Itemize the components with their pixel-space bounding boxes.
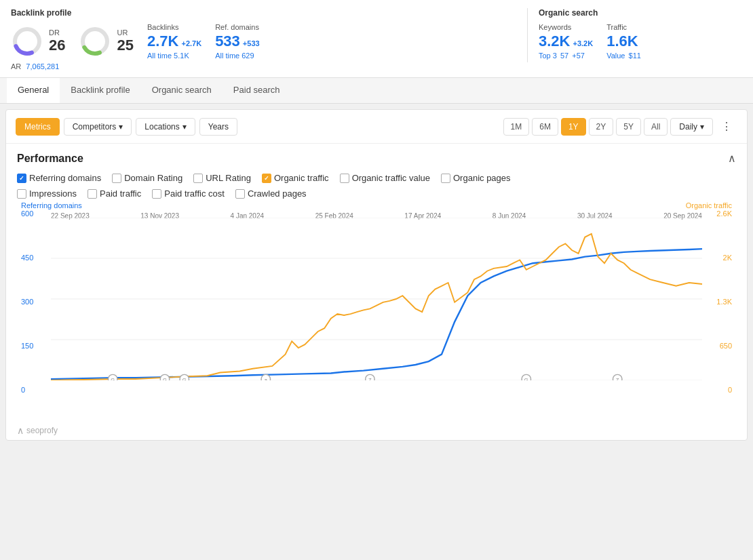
ur-metric: UR 25	[79, 25, 133, 58]
keywords-label: Keywords	[539, 23, 593, 31]
checkboxes-row-2: Impressions Paid traffic Paid traffic co…	[17, 188, 736, 199]
chk-domain-rating-box	[112, 174, 121, 183]
backlinks-metric: Backlinks 2.7K +2.7K All time 5.1K	[147, 23, 201, 60]
organic-label: Organic search	[539, 8, 742, 18]
chk-organic-traffic-box: ✓	[262, 174, 271, 183]
years-button[interactable]: Years	[199, 118, 237, 136]
keywords-sub: Top 3 57 +57	[539, 52, 593, 60]
performance-section: Performance ∧ ✓ Referring domains Domain…	[6, 144, 747, 421]
chk-url-rating-box	[193, 174, 203, 183]
time-1y-button[interactable]: 1Y	[561, 118, 586, 136]
keywords-delta: +3.2K	[573, 39, 593, 47]
tab-backlink-profile[interactable]: Backlink profile	[60, 78, 140, 103]
tab-general[interactable]: General	[7, 78, 60, 103]
ref-domains-main: 533 +533	[215, 33, 269, 50]
backlinks-sub: All time 5.1K	[147, 52, 201, 60]
backlinks-delta: +2.7K	[181, 39, 201, 47]
ur-value: 25	[117, 37, 133, 54]
keywords-value: 3.2K	[539, 33, 570, 50]
daily-chevron-icon: ▾	[700, 122, 704, 132]
chk-referring-domains-box: ✓	[17, 174, 26, 183]
svg-text:G: G	[182, 377, 187, 380]
top-panel: Backlink profile DR 26	[0, 0, 753, 78]
ar-value: 7,065,281	[26, 62, 59, 71]
svg-text:Z: Z	[616, 377, 619, 380]
chk-crawled-pages-label: Crawled pages	[248, 188, 307, 199]
metrics-button[interactable]: Metrics	[16, 118, 60, 136]
daily-button[interactable]: Daily ▾	[670, 118, 713, 136]
backlinks-main: 2.7K +2.7K	[147, 33, 201, 50]
chk-paid-traffic-cost-label: Paid traffic cost	[164, 188, 225, 199]
chk-paid-traffic[interactable]: Paid traffic	[88, 188, 141, 199]
chk-paid-traffic-cost-box	[152, 189, 161, 199]
tabs-bar: General Backlink profile Organic search …	[0, 78, 753, 104]
section-divider	[527, 8, 528, 62]
ur-donut-chart	[79, 25, 111, 58]
chk-url-rating[interactable]: URL Rating	[193, 173, 251, 183]
dr-donut-chart	[11, 25, 43, 58]
collapse-button[interactable]: ∧	[728, 152, 736, 165]
dr-metric: DR 26	[11, 25, 65, 58]
traffic-main: 1.6K	[606, 33, 661, 50]
tab-organic-search[interactable]: Organic search	[141, 78, 223, 103]
chk-organic-traffic-value[interactable]: Organic traffic value	[340, 173, 430, 183]
keywords-metric: Keywords 3.2K +3.2K Top 3 57 +57	[539, 23, 593, 60]
time-all-button[interactable]: All	[644, 118, 668, 136]
chk-paid-traffic-cost[interactable]: Paid traffic cost	[152, 188, 225, 199]
chk-url-rating-label: URL Rating	[206, 173, 251, 183]
ref-domains-metric: Ref. domains 533 +533 All time 629	[215, 23, 269, 60]
ref-domains-sub: All time 629	[215, 52, 269, 60]
traffic-metric: Traffic 1.6K Value $11	[606, 23, 661, 60]
traffic-value: 1.6K	[606, 33, 638, 50]
chk-crawled-pages-box	[235, 189, 245, 199]
competitors-button[interactable]: Competitors ▾	[64, 118, 132, 136]
main-content: Metrics Competitors ▾ Locations ▾ Years …	[5, 109, 748, 441]
time-2y-button[interactable]: 2Y	[589, 118, 614, 136]
chk-organic-pages[interactable]: Organic pages	[441, 173, 511, 183]
tab-paid-search[interactable]: Paid search	[223, 78, 291, 103]
dr-label: DR	[49, 28, 65, 37]
chk-referring-domains-label: Referring domains	[29, 173, 101, 183]
logo-icon: ∧	[17, 425, 24, 436]
performance-title: Performance	[17, 153, 83, 165]
svg-text:a: a	[265, 377, 268, 380]
controls-left: Metrics Competitors ▾ Locations ▾ Years	[16, 118, 237, 136]
y-axis-right: 2.6K 2K 1.3K 650 0	[702, 204, 736, 394]
chk-domain-rating[interactable]: Domain Rating	[112, 173, 182, 183]
chk-impressions[interactable]: Impressions	[17, 188, 77, 199]
traffic-sub: Value $11	[606, 52, 661, 60]
chk-organic-traffic-label: Organic traffic	[274, 173, 329, 183]
logo-text: seoprofy	[26, 426, 58, 435]
chk-organic-traffic-value-box	[340, 174, 349, 183]
controls-row: Metrics Competitors ▾ Locations ▾ Years …	[6, 110, 747, 144]
logo-area: ∧ seoprofy	[6, 421, 747, 440]
chk-organic-traffic[interactable]: ✓ Organic traffic	[262, 173, 329, 183]
svg-text:G: G	[111, 377, 115, 380]
svg-text:G: G	[524, 377, 528, 380]
keywords-main: 3.2K +3.2K	[539, 33, 593, 50]
ar-row: AR 7,065,281	[11, 62, 516, 71]
time-1m-button[interactable]: 1M	[503, 118, 530, 136]
checkboxes-row: ✓ Referring domains Domain Rating URL Ra…	[17, 173, 736, 183]
time-5y-button[interactable]: 5Y	[616, 118, 641, 136]
performance-chart: G G G a Z G Z	[51, 218, 702, 380]
more-options-button[interactable]: ⋮	[716, 117, 737, 136]
chk-crawled-pages[interactable]: Crawled pages	[235, 188, 307, 199]
chk-impressions-box	[17, 189, 26, 199]
dr-value: 26	[49, 37, 65, 54]
backlink-metrics-row: DR 26 UR 25 Backlinks 2.7K	[11, 23, 516, 60]
backlinks-label: Backlinks	[147, 23, 201, 31]
backlink-section: Backlink profile DR 26	[11, 8, 516, 71]
chk-referring-domains[interactable]: ✓ Referring domains	[17, 173, 101, 183]
chk-paid-traffic-box	[88, 189, 97, 199]
backlinks-value: 2.7K	[147, 33, 178, 50]
svg-text:Z: Z	[368, 377, 372, 380]
locations-button[interactable]: Locations ▾	[136, 118, 195, 136]
chk-organic-pages-box	[441, 174, 450, 183]
ref-domains-value: 533	[215, 33, 240, 50]
chart-area: Referring domains Organic traffic 600 45…	[17, 204, 736, 421]
time-6m-button[interactable]: 6M	[532, 118, 558, 136]
svg-text:G: G	[163, 377, 167, 380]
locations-chevron-icon: ▾	[182, 122, 187, 132]
performance-header: Performance ∧	[17, 152, 736, 165]
